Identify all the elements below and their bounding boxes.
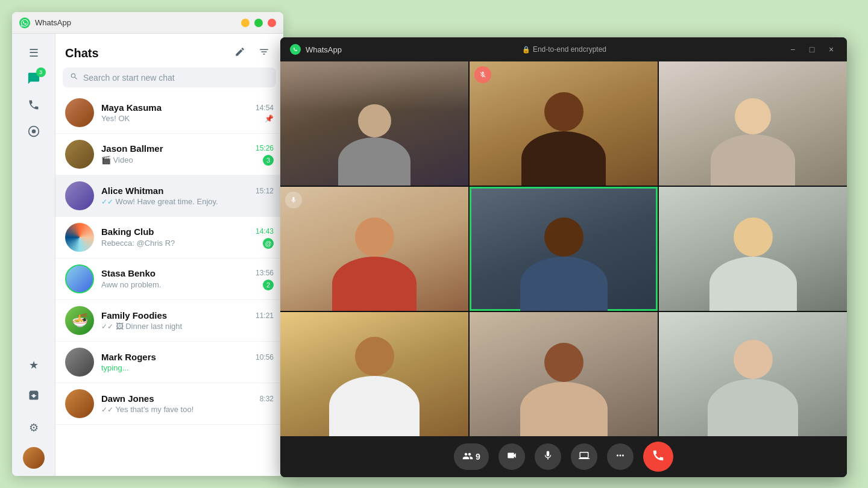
- chats-title: Chats: [65, 46, 230, 60]
- chat-list: Maya Kasuma 14:54 Yes! OK 📌 Jason Ballme…: [55, 92, 283, 476]
- chat-name-maya: Maya Kasuma: [101, 102, 162, 113]
- end-call-button[interactable]: [643, 442, 673, 472]
- sidebar-item-starred[interactable]: ★: [22, 353, 46, 377]
- chat-info-mark: Mark Rogers 10:56 typing...: [101, 352, 274, 372]
- call-controls: 9: [280, 436, 847, 477]
- svg-point-1: [31, 129, 36, 133]
- chat-item-baking[interactable]: Baking Club 14:43 Rebecca: @Chris R? @: [55, 217, 283, 258]
- screen-share-button[interactable]: [571, 443, 597, 470]
- calls-icon: [28, 99, 40, 114]
- chat-item-maya[interactable]: Maya Kasuma 14:54 Yes! OK 📌: [55, 92, 283, 134]
- chat-preview-dawn: ✓✓ Yes that's my fave too!: [101, 405, 193, 414]
- video-minimize-button[interactable]: −: [787, 43, 799, 55]
- participants-button[interactable]: 9: [454, 443, 489, 470]
- sidebar-bottom: ★ ⚙: [22, 353, 46, 469]
- pin-icon-maya: 📌: [265, 114, 274, 123]
- chat-item-dawn[interactable]: Dawn Jones 8:32 ✓✓ Yes that's my fave to…: [55, 383, 283, 425]
- chat-time-stasa: 13:56: [256, 269, 274, 277]
- chat-time-mark: 10:56: [256, 353, 274, 361]
- new-chat-button[interactable]: [230, 43, 250, 63]
- main-titlebar: WhatsApp − □ ×: [12, 12, 283, 34]
- participants-icon: [462, 451, 473, 463]
- chat-info-dawn: Dawn Jones 8:32 ✓✓ Yes that's my fave to…: [101, 393, 274, 414]
- chats-header: Chats: [55, 34, 283, 67]
- chat-info-stasa: Stasa Benko 13:56 Aww no problem. 2: [101, 268, 274, 290]
- sidebar-item-settings[interactable]: ⚙: [22, 416, 46, 440]
- mention-badge-baking: @: [263, 238, 274, 249]
- screen-share-icon: [579, 450, 590, 463]
- chat-name-alice: Alice Whitman: [101, 186, 163, 196]
- lock-icon: 🔒: [522, 46, 530, 54]
- chat-avatar-family: 🍜: [65, 306, 94, 335]
- chat-time-baking: 14:43: [256, 227, 274, 236]
- sidebar-item-calls[interactable]: [22, 94, 46, 118]
- filter-button[interactable]: [254, 43, 274, 63]
- more-options-icon: [615, 450, 626, 463]
- chat-preview-alice: ✓✓ Wow! Have great time. Enjoy.: [101, 197, 218, 206]
- chat-name-jason: Jason Ballmer: [101, 143, 163, 154]
- video-cell-3: [659, 61, 847, 186]
- main-window-controls: − □ ×: [241, 19, 276, 27]
- chat-avatar-mark: [65, 348, 94, 377]
- minimize-button[interactable]: −: [241, 19, 250, 27]
- chat-info-family: Family Foodies 11:21 ✓✓ 🖼 Dinner last ni…: [101, 310, 274, 331]
- sidebar-item-chats[interactable]: 3: [22, 67, 46, 92]
- filter-icon: [259, 46, 269, 60]
- mute-indicator-4: [285, 192, 302, 208]
- chat-info-maya: Maya Kasuma 14:54 Yes! OK 📌: [101, 102, 274, 123]
- video-window-controls: − □ ×: [787, 43, 837, 55]
- chat-preview-baking: Rebecca: @Chris R?: [101, 239, 175, 248]
- chat-avatar-dawn: [65, 389, 94, 418]
- microphone-button[interactable]: [535, 443, 561, 470]
- chat-info-baking: Baking Club 14:43 Rebecca: @Chris R? @: [101, 227, 274, 249]
- video-grid: [280, 61, 847, 436]
- chat-item-family[interactable]: 🍜 Family Foodies 11:21 ✓✓ 🖼 Dinner last …: [55, 300, 283, 342]
- unread-badge-stasa: 2: [263, 280, 274, 290]
- microphone-icon: [542, 450, 553, 463]
- starred-icon: ★: [29, 358, 39, 372]
- video-cell-7: [280, 312, 468, 436]
- chat-time-jason: 15:26: [256, 144, 274, 152]
- main-app-title: WhatsApp: [35, 18, 71, 27]
- chat-avatar-jason: [65, 140, 94, 169]
- main-whatsapp-window: WhatsApp − □ × ☰ 3: [12, 12, 283, 476]
- video-cell-5: [470, 187, 658, 311]
- camera-toggle-button[interactable]: [498, 443, 525, 470]
- close-button[interactable]: ×: [268, 19, 276, 27]
- end-call-icon: [652, 449, 665, 465]
- chat-name-mark: Mark Rogers: [101, 352, 156, 362]
- chat-info-alice: Alice Whitman 15:12 ✓✓ Wow! Have great t…: [101, 186, 274, 206]
- e2e-indicator: 🔒 End-to-end endcrypted: [522, 45, 606, 54]
- sidebar-item-archived[interactable]: [22, 384, 46, 408]
- user-avatar[interactable]: [23, 447, 45, 469]
- more-options-button[interactable]: [607, 443, 634, 470]
- video-maximize-button[interactable]: □: [806, 43, 818, 55]
- video-app-title: WhatsApp: [306, 45, 342, 54]
- chat-avatar-alice: [65, 181, 94, 210]
- sidebar-item-menu[interactable]: ☰: [22, 41, 46, 65]
- video-cell-9: [659, 312, 847, 436]
- new-chat-icon: [234, 46, 245, 60]
- sidebar-item-status[interactable]: [22, 120, 46, 145]
- chat-time-dawn: 8:32: [260, 395, 274, 403]
- camera-icon: [506, 450, 517, 463]
- video-cell-8: [470, 312, 658, 436]
- search-input[interactable]: [83, 73, 269, 83]
- chat-avatar-stasa: [65, 264, 94, 293]
- search-bar[interactable]: [63, 67, 276, 87]
- video-close-button[interactable]: ×: [825, 43, 837, 55]
- e2e-label: End-to-end endcrypted: [533, 45, 606, 54]
- chat-avatar-maya: [65, 98, 94, 127]
- chats-panel: Chats: [55, 34, 283, 476]
- chat-time-alice: 15:12: [256, 187, 274, 195]
- maximize-button[interactable]: □: [254, 19, 263, 27]
- chat-item-stasa[interactable]: Stasa Benko 13:56 Aww no problem. 2: [55, 258, 283, 300]
- chat-item-jason[interactable]: Jason Ballmer 15:26 🎬 Video 3: [55, 134, 283, 175]
- chats-header-icons: [230, 43, 274, 63]
- video-app-logo: [290, 44, 301, 55]
- video-cell-4: [280, 187, 468, 311]
- chat-item-mark[interactable]: Mark Rogers 10:56 typing...: [55, 342, 283, 383]
- video-call-window: WhatsApp 🔒 End-to-end endcrypted − □ ×: [280, 37, 847, 477]
- video-titlebar: WhatsApp 🔒 End-to-end endcrypted − □ ×: [280, 37, 847, 61]
- chat-item-alice[interactable]: Alice Whitman 15:12 ✓✓ Wow! Have great t…: [55, 175, 283, 217]
